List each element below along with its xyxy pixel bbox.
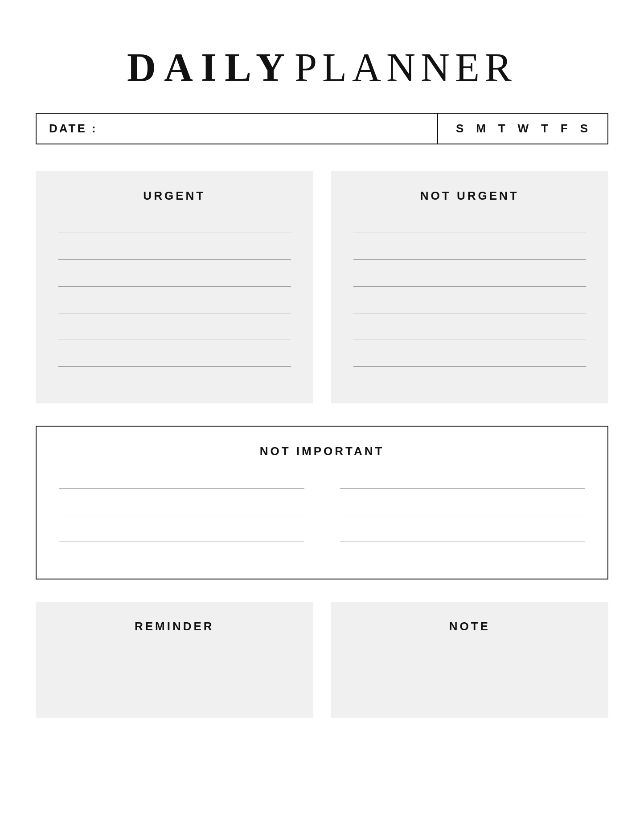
not-important-right-line-2[interactable]: [340, 503, 586, 515]
bottom-section: REMINDER NOTE: [36, 602, 608, 718]
title-planner: PLANNER: [295, 45, 517, 90]
reminder-box: REMINDER: [36, 602, 313, 718]
not-important-left-line-3[interactable]: [59, 530, 304, 542]
page: DAILY PLANNER DATE : S M T W T F S URGEN…: [36, 27, 608, 718]
not-urgent-line-6[interactable]: [353, 354, 587, 367]
urgent-line-3[interactable]: [58, 274, 291, 287]
day-wednesday[interactable]: W: [518, 122, 531, 136]
reminder-title: REMINDER: [58, 620, 291, 633]
not-important-left-line-2[interactable]: [59, 503, 304, 515]
day-monday[interactable]: M: [476, 122, 488, 136]
not-important-lines: [59, 476, 585, 556]
urgent-line-2[interactable]: [58, 247, 291, 260]
not-urgent-line-5[interactable]: [353, 328, 587, 340]
not-urgent-line-3[interactable]: [353, 274, 587, 287]
urgent-line-5[interactable]: [58, 328, 291, 340]
day-sunday[interactable]: S: [456, 122, 465, 136]
not-important-left-lines: [59, 476, 304, 556]
day-thursday[interactable]: T: [541, 122, 550, 136]
not-urgent-line-4[interactable]: [353, 301, 587, 313]
title-area: DAILY PLANNER: [36, 27, 608, 113]
not-urgent-line-1[interactable]: [353, 221, 587, 233]
urgent-line-4[interactable]: [58, 301, 291, 313]
date-label[interactable]: DATE :: [37, 114, 438, 144]
note-title: NOTE: [353, 620, 587, 633]
not-urgent-box: NOT URGENT: [331, 171, 609, 403]
urgent-section: URGENT NOT URGENT: [36, 171, 608, 403]
not-important-left-line-1[interactable]: [59, 476, 304, 489]
day-friday[interactable]: F: [561, 122, 570, 136]
urgent-title: URGENT: [58, 189, 291, 203]
not-important-right-line-3[interactable]: [340, 530, 586, 542]
not-urgent-line-2[interactable]: [353, 247, 587, 260]
urgent-line-1[interactable]: [58, 221, 291, 233]
not-urgent-title: NOT URGENT: [353, 189, 587, 203]
not-important-right-line-1[interactable]: [340, 476, 586, 489]
not-important-section: NOT IMPORTANT: [36, 426, 608, 579]
urgent-box: URGENT: [36, 171, 313, 403]
title-daily: DAILY: [127, 45, 293, 90]
days-cell: S M T W T F S: [438, 114, 607, 144]
day-tuesday[interactable]: T: [498, 122, 507, 136]
date-row: DATE : S M T W T F S: [36, 113, 608, 144]
day-saturday[interactable]: S: [580, 122, 590, 136]
not-important-right-lines: [340, 476, 586, 556]
note-box: NOTE: [331, 602, 609, 718]
not-important-title: NOT IMPORTANT: [59, 444, 585, 458]
urgent-line-6[interactable]: [58, 354, 291, 367]
